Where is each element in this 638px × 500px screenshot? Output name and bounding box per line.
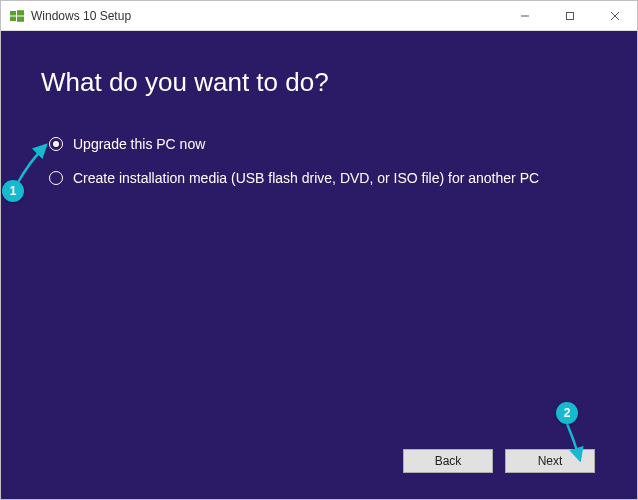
- back-button[interactable]: Back: [403, 449, 493, 473]
- titlebar: Windows 10 Setup: [1, 1, 637, 31]
- svg-rect-0: [10, 11, 16, 16]
- window-title: Windows 10 Setup: [31, 9, 502, 23]
- radio-label: Create installation media (USB flash dri…: [73, 170, 539, 186]
- annotation-marker-2: 2: [556, 402, 578, 424]
- window-controls: [502, 1, 637, 30]
- svg-rect-5: [566, 12, 573, 19]
- maximize-button[interactable]: [547, 1, 592, 30]
- app-icon: [9, 8, 25, 24]
- close-button[interactable]: [592, 1, 637, 30]
- svg-rect-1: [17, 10, 24, 15]
- annotation-marker-1: 1: [2, 180, 24, 202]
- svg-rect-2: [10, 16, 16, 21]
- radio-label: Upgrade this PC now: [73, 136, 205, 152]
- options-group: Upgrade this PC now Create installation …: [49, 136, 597, 204]
- page-heading: What do you want to do?: [41, 67, 597, 98]
- annotation-arrow-2: [552, 418, 592, 468]
- svg-rect-3: [17, 16, 24, 21]
- content-area: What do you want to do? Upgrade this PC …: [1, 31, 637, 499]
- setup-window: Windows 10 Setup What do you want to do?…: [0, 0, 638, 500]
- radio-option-create-media[interactable]: Create installation media (USB flash dri…: [49, 170, 597, 186]
- radio-option-upgrade[interactable]: Upgrade this PC now: [49, 136, 597, 152]
- footer-buttons: Back Next: [41, 449, 597, 479]
- minimize-button[interactable]: [502, 1, 547, 30]
